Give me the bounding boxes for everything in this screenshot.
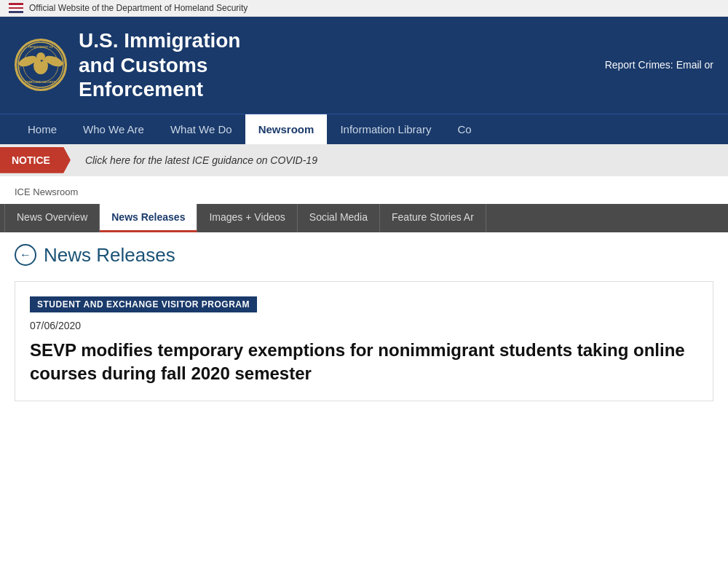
article-card: STUDENT AND EXCHANGE VISITOR PROGRAM 07/… [15,281,713,401]
sub-nav-feature-stories[interactable]: Feature Stories Ar [380,204,486,232]
notice-label: NOTICE [0,147,71,173]
sub-nav-social-media[interactable]: Social Media [298,204,380,232]
report-crimes-text: Report Crimes: Email or [605,59,713,71]
article-date: 07/06/2020 [30,320,698,331]
nav-home[interactable]: Home [15,114,70,144]
nav-what-we-do[interactable]: What We Do [157,114,245,144]
agency-name: U.S. Immigration and Customs Enforcement [79,28,240,102]
dhs-seal: DEPARTMENT OF HOMELAND SECURITY U.S. [15,39,67,91]
notice-bar: NOTICE Click here for the latest ICE gui… [0,144,728,176]
sub-nav-news-overview[interactable]: News Overview [4,204,100,232]
flag-icon [9,3,23,13]
nav-information-library[interactable]: Information Library [327,114,444,144]
breadcrumb-section: ICE Newsroom [0,176,728,204]
site-header: DEPARTMENT OF HOMELAND SECURITY U.S. U.S… [0,17,728,114]
nav-more[interactable]: Co [444,114,484,144]
page-content: ← News Releases STUDENT AND EXCHANGE VIS… [0,232,728,416]
sub-nav-images-videos[interactable]: Images + Videos [197,204,297,232]
news-releases-heading: ← News Releases [15,244,713,267]
gov-banner-text: Official Website of the Department of Ho… [29,3,248,13]
header-left: DEPARTMENT OF HOMELAND SECURITY U.S. U.S… [15,28,240,102]
nav-who-we-are[interactable]: Who We Are [70,114,157,144]
gov-banner: Official Website of the Department of Ho… [0,0,728,17]
category-badge: STUDENT AND EXCHANGE VISITOR PROGRAM [30,296,257,312]
svg-text:HOMELAND SECURITY: HOMELAND SECURITY [25,80,58,84]
page-title: News Releases [44,244,175,267]
seal-svg: DEPARTMENT OF HOMELAND SECURITY U.S. [17,41,65,89]
back-button[interactable]: ← [15,244,36,266]
notice-text[interactable]: Click here for the latest ICE guidance o… [71,147,332,173]
main-nav: Home Who We Are What We Do Newsroom Info… [0,114,728,144]
sub-nav: News Overview News Releases Images + Vid… [0,204,728,232]
article-headline[interactable]: SEVP modifies temporary exemptions for n… [30,339,698,386]
svg-text:DEPARTMENT OF: DEPARTMENT OF [28,45,54,49]
breadcrumb: ICE Newsroom [15,186,78,197]
sub-nav-news-releases[interactable]: News Releases [100,204,197,232]
nav-newsroom[interactable]: Newsroom [245,114,328,144]
